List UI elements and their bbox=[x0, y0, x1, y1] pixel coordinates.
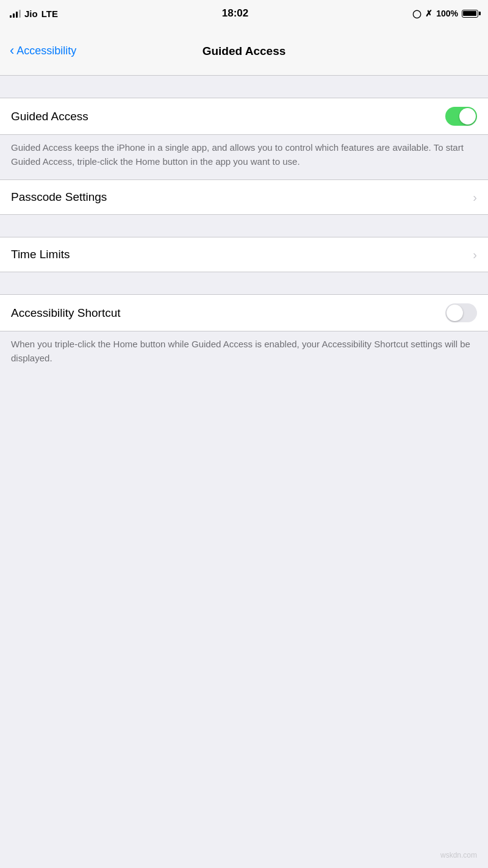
watermark: wskdn.com bbox=[434, 845, 483, 866]
passcode-settings-section: Passcode Settings › bbox=[0, 179, 488, 215]
back-chevron-icon: ‹ bbox=[10, 44, 14, 57]
content: Guided Access Guided Access keeps the iP… bbox=[0, 76, 488, 376]
guided-access-description: Guided Access keeps the iPhone in a sing… bbox=[0, 135, 488, 179]
battery-icon bbox=[462, 10, 478, 18]
spacer-top bbox=[0, 76, 488, 98]
time-label: 18:02 bbox=[222, 7, 248, 20]
status-bar: Jio LTE 18:02 ◯ ✗ 100% bbox=[0, 0, 488, 27]
signal-icon bbox=[10, 9, 21, 18]
guided-access-section: Guided Access bbox=[0, 98, 488, 135]
passcode-settings-label: Passcode Settings bbox=[11, 190, 107, 204]
page-title: Guided Access bbox=[203, 45, 286, 58]
bluetooth-icon: ✗ bbox=[425, 9, 432, 18]
spacer-bottom bbox=[0, 272, 488, 294]
status-left: Jio LTE bbox=[10, 9, 58, 19]
battery-percent-label: 100% bbox=[436, 9, 458, 18]
accessibility-shortcut-label: Accessibility Shortcut bbox=[11, 306, 121, 320]
carrier-label: Jio bbox=[24, 9, 38, 19]
accessibility-shortcut-section: Accessibility Shortcut bbox=[0, 294, 488, 331]
spacer-mid bbox=[0, 215, 488, 237]
accessibility-shortcut-toggle[interactable] bbox=[445, 303, 477, 322]
network-label: LTE bbox=[41, 9, 58, 19]
guided-access-toggle[interactable] bbox=[445, 107, 477, 126]
passcode-chevron-icon: › bbox=[473, 190, 477, 204]
time-limits-chevron-icon: › bbox=[473, 248, 477, 262]
time-limits-label: Time Limits bbox=[11, 248, 70, 261]
passcode-settings-row[interactable]: Passcode Settings › bbox=[0, 180, 488, 214]
guided-access-row: Guided Access bbox=[0, 98, 488, 134]
status-right: ◯ ✗ 100% bbox=[412, 9, 478, 18]
toggle-knob bbox=[459, 108, 476, 125]
guided-access-label: Guided Access bbox=[11, 110, 88, 123]
nav-bar: ‹ Accessibility Guided Access bbox=[0, 27, 488, 76]
time-limits-row[interactable]: Time Limits › bbox=[0, 237, 488, 272]
lock-icon: ◯ bbox=[412, 9, 422, 18]
back-button[interactable]: ‹ Accessibility bbox=[10, 45, 76, 57]
time-limits-section: Time Limits › bbox=[0, 237, 488, 272]
back-label: Accessibility bbox=[16, 45, 76, 57]
accessibility-shortcut-row: Accessibility Shortcut bbox=[0, 295, 488, 331]
toggle-knob-shortcut bbox=[447, 305, 463, 321]
accessibility-shortcut-description: When you triple-click the Home button wh… bbox=[0, 331, 488, 376]
